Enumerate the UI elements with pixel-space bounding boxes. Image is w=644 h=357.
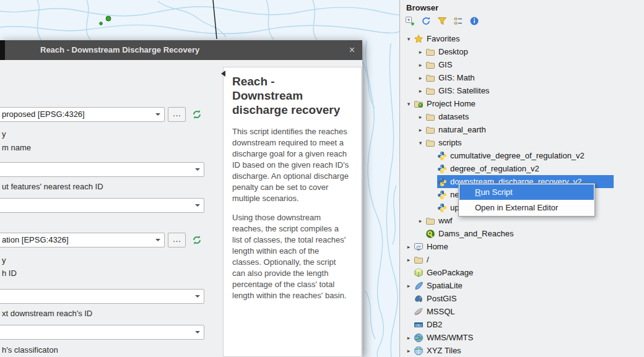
help-paragraph: Using those downstream reaches, the scri… — [232, 212, 350, 301]
folder-icon — [425, 73, 435, 83]
tree-item-postgis[interactable]: PostGIS — [400, 292, 644, 305]
tree-item-content[interactable]: XYZ Tiles — [414, 344, 463, 357]
expand-arrow-icon[interactable]: ▸ — [404, 348, 414, 354]
expand-arrow-icon[interactable]: ▸ — [416, 218, 425, 224]
tree-item-gis-math[interactable]: ▸GIS: Math — [400, 71, 644, 84]
expand-arrow-icon[interactable]: ▸ — [416, 75, 425, 81]
tree-item-content[interactable]: degree_of_regulation_v2 — [437, 162, 541, 175]
reproject-button[interactable] — [188, 233, 205, 247]
tree-item-dams-and-reaches[interactable]: Dams_and_Reaches — [400, 227, 644, 240]
properties-widget-icon[interactable] — [469, 15, 480, 27]
tree-item-natural-earth[interactable]: ▸natural_earth — [400, 123, 644, 136]
folder-icon — [425, 216, 435, 226]
tree-item-content[interactable]: Desktop — [425, 45, 470, 58]
python-icon — [437, 164, 447, 174]
star-icon — [414, 34, 424, 44]
tree-item-label: GIS: Satellites — [438, 84, 489, 97]
tree-item-wms-wmts[interactable]: ▸WMS/WMTS — [400, 331, 644, 344]
expand-arrow-icon[interactable]: ▸ — [416, 49, 425, 55]
tree-item-content[interactable]: WMS/WMTS — [414, 331, 475, 344]
tree-item-label: cumultative_degree_of_regulation_v2 — [450, 149, 585, 162]
tree-item-db2[interactable]: DB2DB2 — [400, 318, 644, 331]
param-label-fragment: y — [2, 129, 6, 139]
tree-item-content[interactable]: GIS: Satellites — [425, 84, 491, 97]
tree-item-content[interactable]: GIS: Math — [425, 71, 477, 84]
close-icon[interactable]: × — [349, 40, 355, 60]
tree-item-content[interactable]: cumultative_degree_of_regulation_v2 — [437, 149, 586, 162]
refresh-icon[interactable] — [420, 15, 432, 27]
collapse-arrow-icon[interactable]: ▾ — [416, 140, 425, 146]
tree-item-label: wwf — [438, 214, 452, 227]
layer-combobox[interactable]: proposed [EPSG:4326] — [0, 107, 165, 122]
tree-item-scripts[interactable]: ▾scripts — [400, 136, 644, 149]
tree-item-degree-of-regulation-v2[interactable]: degree_of_regulation_v2 — [400, 162, 644, 175]
tree-item-content[interactable]: PostGIS — [414, 292, 458, 305]
db2-icon: DB2 — [414, 320, 424, 330]
tree-item-item[interactable]: ▸/ — [400, 253, 644, 266]
dialog-titlebar[interactable]: Reach - Downstream Discharge Recovery × — [0, 40, 362, 60]
param-label-fragment: h's classificaton — [2, 345, 58, 355]
tree-item-content[interactable]: MSSQL — [414, 305, 457, 318]
chevron-down-icon — [192, 163, 203, 176]
collapse-all-icon[interactable] — [453, 15, 464, 27]
splitter-collapse-icon[interactable] — [218, 71, 225, 77]
tree-item-spatialite[interactable]: ▸SpatiaLite — [400, 279, 644, 292]
expand-arrow-icon[interactable]: ▸ — [416, 88, 425, 94]
field-combobox[interactable] — [0, 325, 204, 340]
tree-item-label: MSSQL — [427, 305, 455, 318]
tree-item-label: datasets — [438, 110, 469, 123]
expand-arrow-icon[interactable]: ▸ — [404, 335, 414, 341]
expand-arrow-icon[interactable]: ▸ — [416, 127, 425, 133]
folder-icon — [414, 255, 424, 265]
tree-item-gis[interactable]: ▸GIS — [400, 58, 644, 71]
chevron-down-icon — [152, 108, 163, 121]
tree-item-content[interactable]: Home — [414, 240, 450, 253]
expand-arrow-icon[interactable]: ▸ — [416, 62, 425, 68]
tree-item-content[interactable]: Dams_and_Reaches — [425, 227, 515, 240]
menu-item-open-in-external-editor[interactable]: Open in External Editor — [459, 200, 594, 215]
tree-item-desktop[interactable]: ▸Desktop — [400, 45, 644, 58]
tree-item-content[interactable]: scripts — [425, 136, 464, 149]
collapse-arrow-icon[interactable]: ▾ — [404, 101, 414, 107]
tree-item-label: / — [427, 253, 429, 266]
field-combobox[interactable] — [0, 289, 204, 304]
tree-item-content[interactable]: natural_earth — [425, 123, 488, 136]
tree-item-content[interactable]: DB2DB2 — [414, 318, 444, 331]
tree-item-content[interactable]: up — [437, 201, 461, 214]
point-combobox[interactable]: ation [EPSG:4326] — [0, 233, 165, 247]
tree-item-content[interactable]: GIS — [425, 58, 454, 71]
add-selected-layers-icon[interactable] — [404, 15, 416, 27]
tree-item-favorites[interactable]: ▾Favorites — [400, 32, 644, 45]
tree-item-home[interactable]: ▸Home — [400, 240, 644, 253]
tree-item-content[interactable]: wwf — [425, 214, 454, 227]
tree-item-datasets[interactable]: ▸datasets — [400, 110, 644, 123]
tree-item-project-home[interactable]: ▾Project Home — [400, 97, 644, 110]
tree-item-content[interactable]: / — [414, 253, 431, 266]
browse-button[interactable]: … — [168, 233, 186, 247]
tree-item-geopackage[interactable]: GeoPackage — [400, 266, 644, 279]
field-combobox[interactable] — [0, 162, 204, 177]
expand-arrow-icon[interactable]: ▸ — [404, 283, 414, 289]
expand-arrow-icon[interactable]: ▸ — [416, 114, 425, 120]
reproject-button[interactable] — [188, 107, 205, 122]
menu-item-run-script[interactable]: Run Script — [459, 184, 594, 200]
filter-browser-icon[interactable] — [437, 15, 448, 27]
folder-icon — [425, 60, 435, 70]
project-icon — [414, 99, 424, 109]
field-combobox[interactable] — [0, 198, 204, 213]
tree-item-content[interactable]: SpatiaLite — [414, 279, 464, 292]
tree-item-content[interactable]: Project Home — [414, 97, 477, 110]
tree-item-content[interactable]: datasets — [425, 110, 471, 123]
tree-item-gis-satellites[interactable]: ▸GIS: Satellites — [400, 84, 644, 97]
collapse-arrow-icon[interactable]: ▾ — [404, 36, 414, 42]
expand-arrow-icon[interactable]: ▸ — [404, 257, 414, 263]
tree-item-cumultative-degree-of-regulation-v2[interactable]: cumultative_degree_of_regulation_v2 — [400, 149, 644, 162]
browse-button[interactable]: … — [168, 107, 186, 122]
tree-item-content[interactable]: GeoPackage — [414, 266, 475, 279]
tree-item-xyz-tiles[interactable]: ▸XYZ Tiles — [400, 344, 644, 357]
expand-arrow-icon[interactable]: ▸ — [404, 244, 414, 250]
tree-item-mssql[interactable]: MSSQL — [400, 305, 644, 318]
postgis-icon — [414, 294, 424, 304]
tree-item-content[interactable]: Favorites — [414, 32, 461, 45]
tree-item-content[interactable]: ne — [437, 188, 461, 201]
